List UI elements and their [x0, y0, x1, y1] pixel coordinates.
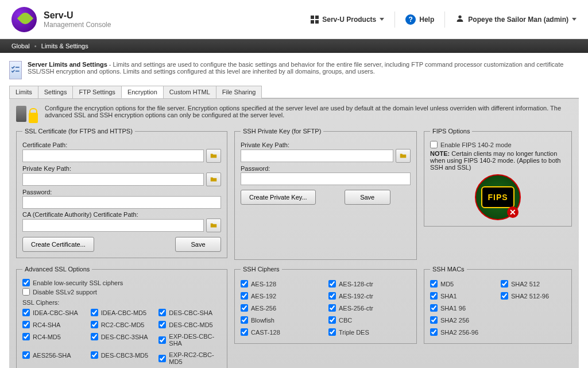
- cipher-checkbox[interactable]: [430, 280, 438, 288]
- cipher-idea-cbc-sha[interactable]: IDEA-CBC-SHA: [22, 309, 85, 316]
- cipher-sha1-96[interactable]: SHA1 96: [430, 304, 495, 312]
- cipher-aes-128[interactable]: AES-128: [241, 280, 323, 288]
- ssh-password-input[interactable]: [241, 172, 411, 185]
- cipher-checkbox[interactable]: [158, 321, 166, 328]
- cipher-aes256-sha[interactable]: AES256-SHA: [22, 351, 85, 359]
- ssh-privkey-input[interactable]: [241, 150, 393, 162]
- cipher-label: EXP-RC2-CBC-MD5: [169, 351, 221, 365]
- cipher-sha1[interactable]: SHA1: [430, 292, 495, 300]
- cipher-aes-256-ctr[interactable]: AES-256-ctr: [328, 304, 411, 312]
- cipher-checkbox[interactable]: [91, 321, 98, 328]
- cipher-checkbox[interactable]: [328, 304, 336, 312]
- cipher-checkbox[interactable]: [430, 304, 438, 312]
- tab-custom-html[interactable]: Custom HTML: [163, 86, 216, 98]
- cipher-idea-cbc-md5[interactable]: IDEA-CBC-MD5: [91, 309, 153, 316]
- cipher-checkbox[interactable]: [328, 280, 336, 288]
- cipher-cbc[interactable]: CBC: [328, 316, 411, 324]
- tab-settings[interactable]: Settings: [38, 86, 74, 98]
- cipher-sha2-512-96[interactable]: SHA2 512-96: [501, 292, 566, 300]
- breadcrumb-current: Limits & Settings: [41, 43, 88, 49]
- cipher-blowfish[interactable]: Blowfish: [241, 316, 323, 324]
- cipher-checkbox[interactable]: [328, 292, 336, 300]
- grid-icon: [311, 16, 319, 24]
- save-ssl-button[interactable]: Save: [175, 237, 221, 252]
- app-logo-icon: [11, 7, 37, 32]
- enable-fips-input[interactable]: [430, 141, 438, 148]
- user-menu[interactable]: Popeye the Sailor Man (admin): [455, 14, 577, 25]
- cipher-checkbox[interactable]: [91, 333, 98, 340]
- cipher-exp-rc2-cbc-md5[interactable]: EXP-RC2-CBC-MD5: [158, 351, 221, 365]
- cipher-rc2-cbc-md5[interactable]: RC2-CBC-MD5: [91, 321, 153, 328]
- ssh-macs-legend: SSH MACs: [430, 266, 467, 273]
- cipher-sha2-256-96[interactable]: SHA2 256-96: [430, 328, 495, 336]
- create-cert-button[interactable]: Create Certificate...: [22, 237, 94, 252]
- help-link[interactable]: ? Help: [405, 14, 434, 25]
- cipher-aes-192-ctr[interactable]: AES-192-ctr: [328, 292, 411, 300]
- cipher-checkbox[interactable]: [328, 328, 336, 336]
- cipher-checkbox[interactable]: [430, 328, 438, 336]
- browse-ca-button[interactable]: [206, 218, 221, 232]
- ca-path-input[interactable]: [22, 219, 204, 232]
- browse-ssh-key-button[interactable]: [396, 149, 411, 163]
- cipher-md5[interactable]: MD5: [430, 280, 495, 288]
- adv-ssl-legend: Advanced SSL Options: [22, 266, 92, 273]
- low-sec-input[interactable]: [22, 279, 30, 286]
- low-sec-checkbox[interactable]: Enable low-security SSL ciphers: [22, 279, 221, 286]
- products-menu[interactable]: Serv-U Products: [311, 16, 384, 24]
- cipher-checkbox[interactable]: [158, 336, 166, 344]
- cipher-des-cbc-md5[interactable]: DES-CBC-MD5: [158, 321, 221, 328]
- cipher-sha2-512[interactable]: SHA2 512: [501, 280, 566, 288]
- cert-path-input[interactable]: [22, 150, 204, 162]
- save-ssh-button[interactable]: Save: [345, 190, 390, 205]
- cipher-checkbox[interactable]: [430, 316, 438, 324]
- cipher-rc4-sha[interactable]: RC4-SHA: [22, 321, 85, 328]
- cipher-checkbox[interactable]: [241, 328, 248, 336]
- divider: [444, 12, 445, 28]
- disable-sslv2-checkbox[interactable]: Disable SSLv2 support: [22, 288, 221, 296]
- cipher-checkbox[interactable]: [158, 355, 166, 362]
- tab-file-sharing[interactable]: File Sharing: [216, 86, 262, 98]
- tab-limits[interactable]: Limits: [9, 86, 38, 98]
- cipher-des-cbc3-md5[interactable]: DES-CBC3-MD5: [91, 351, 153, 359]
- cipher-checkbox[interactable]: [328, 316, 336, 324]
- cipher-des-cbc-3sha[interactable]: DES-CBC-3SHA: [91, 333, 153, 340]
- priv-key-input[interactable]: [22, 173, 204, 186]
- tab-encryption[interactable]: Encryption: [121, 86, 164, 98]
- ssl-password-input[interactable]: [22, 196, 221, 209]
- ssl-cert-legend: SSL Certificate (for FTPS and HTTPS): [22, 128, 135, 135]
- cipher-aes-192[interactable]: AES-192: [241, 292, 323, 300]
- cipher-aes-256[interactable]: AES-256: [241, 304, 323, 312]
- cipher-des-cbc-sha[interactable]: DES-CBC-SHA: [158, 309, 221, 316]
- cipher-checkbox[interactable]: [241, 280, 248, 288]
- create-privkey-button[interactable]: Create Private Key...: [241, 190, 316, 205]
- cipher-rc4-md5[interactable]: RC4-MD5: [22, 333, 85, 340]
- cipher-checkbox[interactable]: [91, 351, 98, 359]
- cipher-checkbox[interactable]: [430, 292, 438, 300]
- fips-legend: FIPS Options: [430, 128, 472, 135]
- tab-ftp-settings[interactable]: FTP Settings: [72, 86, 121, 98]
- enable-fips-checkbox[interactable]: Enable FIPS 140-2 mode: [430, 141, 566, 148]
- browse-cert-button[interactable]: [206, 149, 221, 163]
- cipher-checkbox[interactable]: [158, 309, 166, 316]
- cipher-checkbox[interactable]: [241, 292, 248, 300]
- cipher-checkbox[interactable]: [501, 280, 508, 288]
- cipher-label: IDEA-CBC-SHA: [33, 309, 78, 316]
- fips-fieldset: FIPS Options Enable FIPS 140-2 mode NOTE…: [424, 128, 572, 227]
- browse-privkey-button[interactable]: [206, 172, 221, 186]
- cipher-exp-des-cbc-sha[interactable]: EXP-DES-CBC-SHA: [158, 333, 221, 347]
- cipher-aes-128-ctr[interactable]: AES-128-ctr: [328, 280, 411, 288]
- disable-sslv2-input[interactable]: [22, 288, 30, 296]
- cipher-checkbox[interactable]: [22, 333, 30, 340]
- cipher-checkbox[interactable]: [501, 292, 508, 300]
- cipher-checkbox[interactable]: [22, 321, 30, 328]
- cipher-cast-128[interactable]: CAST-128: [241, 328, 323, 336]
- cipher-triple-des[interactable]: Triple DES: [328, 328, 411, 336]
- cipher-label: AES-256-ctr: [339, 305, 373, 312]
- cipher-checkbox[interactable]: [22, 351, 30, 359]
- cipher-checkbox[interactable]: [241, 316, 248, 324]
- cipher-checkbox[interactable]: [22, 309, 30, 316]
- breadcrumb-root[interactable]: Global: [11, 43, 30, 49]
- cipher-sha2-256[interactable]: SHA2 256: [430, 316, 495, 324]
- cipher-checkbox[interactable]: [91, 309, 98, 316]
- cipher-checkbox[interactable]: [241, 304, 248, 312]
